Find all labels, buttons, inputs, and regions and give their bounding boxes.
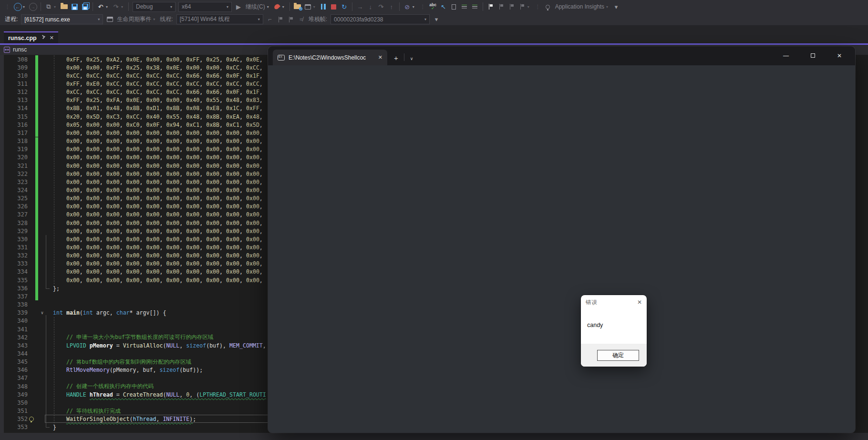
stack-frame-dropdown[interactable]: 00000203fa9d0238▾	[331, 14, 430, 24]
continue-dropdown[interactable]: ▾	[267, 5, 272, 9]
application-insights-dropdown[interactable]: ▾	[606, 5, 611, 9]
restart-icon[interactable]: ↻	[340, 1, 349, 12]
new-window-icon[interactable]: ⧉	[44, 1, 53, 12]
indent-increase-icon[interactable]	[470, 1, 480, 12]
change-bar-empty	[35, 341, 38, 349]
breakpoints-dropdown[interactable]: ▾	[413, 5, 417, 9]
continue-icon[interactable]: ▶	[234, 1, 243, 12]
new-window-dropdown[interactable]: ▾	[54, 5, 59, 9]
terminal-tab[interactable]: C:\ E:\Notes\C2\WindowsShellcoc ✕	[273, 50, 387, 65]
hot-reload-icon[interactable]	[272, 1, 282, 12]
line-number: 331	[0, 244, 28, 251]
error-dialog-close-icon[interactable]: ✕	[637, 299, 642, 306]
grip-handle-2[interactable]: ⋮	[418, 1, 427, 12]
show-next-statement-icon[interactable]: →	[355, 1, 365, 12]
line-number: 312	[0, 89, 28, 95]
solution-platform-dropdown[interactable]: x64▾	[178, 2, 232, 12]
indent-decrease-icon[interactable]	[460, 1, 469, 12]
line-number: 332	[0, 252, 28, 259]
home-window-dropdown[interactable]: ▾	[313, 5, 318, 9]
save-all-icon[interactable]	[80, 1, 90, 12]
bookmark-dropdown[interactable]: ▾	[527, 5, 532, 9]
bookmark-clear-icon[interactable]	[517, 1, 527, 12]
step-out-icon[interactable]: ↑	[387, 1, 396, 12]
toolbar2-overflow-icon[interactable]: ▾	[432, 14, 441, 25]
close-icon[interactable]: ✕	[50, 35, 54, 41]
toolbar-overflow-icon[interactable]: ▾	[611, 1, 621, 12]
application-insights-icon[interactable]	[543, 1, 553, 12]
maximize-button[interactable]	[806, 52, 820, 59]
save-icon[interactable]	[70, 1, 79, 12]
step-into-icon[interactable]: ↓	[366, 1, 375, 12]
change-bar-empty	[35, 358, 38, 366]
line-number: 320	[0, 154, 28, 161]
outline-corner-main	[46, 427, 50, 428]
tab-runsc-cpp[interactable]: runsc.cpp ✕	[4, 31, 58, 43]
bookmark-next-icon[interactable]	[507, 1, 517, 12]
grip-handle[interactable]: ⋮	[2, 1, 12, 12]
error-dialog-titlebar[interactable]: 错误 ✕	[581, 295, 647, 309]
error-dialog-message: candy	[587, 322, 603, 328]
process-dropdown[interactable]: [61572] runsc.exe▾	[21, 14, 103, 24]
change-tracking-bar	[35, 284, 38, 292]
bookmark-prev-icon[interactable]	[496, 1, 506, 12]
line-number: 310	[0, 72, 28, 79]
toggle-flagged-icon[interactable]: ≉	[297, 14, 306, 25]
terminal-tab-close-icon[interactable]: ✕	[378, 54, 382, 61]
vs-debug-location-toolbar: 进程:[61572] runsc.exe▾生命周期事件▾线程:[57140] W…	[0, 13, 868, 26]
stop-debugging-icon[interactable]	[329, 1, 339, 12]
flag-custom-icon[interactable]	[286, 14, 296, 25]
indent-guide-buf-array	[54, 55, 54, 284]
step-over-icon[interactable]: ↷	[376, 1, 386, 12]
terminal-titlebar[interactable]: C:\ E:\Notes\C2\WindowsShellcoc ✕ + ∨ — …	[268, 46, 855, 65]
undo-icon[interactable]: ↶	[96, 1, 105, 12]
disable-breakpoints-icon[interactable]: ⊘	[403, 1, 412, 12]
select-tool-icon[interactable]: ↖	[439, 1, 448, 12]
line-number: 321	[0, 163, 28, 169]
line-number: 350	[0, 399, 28, 406]
tab-dropdown-icon[interactable]: ∨	[410, 56, 413, 61]
nav-forward-icon[interactable]: →	[28, 1, 38, 12]
redo-icon[interactable]: ↷	[111, 1, 121, 12]
line-number: 330	[0, 236, 28, 243]
change-tracking-bar	[35, 268, 38, 276]
lifecycle-events-dropdown[interactable]: ▾	[153, 17, 158, 21]
home-window-icon[interactable]	[303, 1, 313, 12]
line-number: 318	[0, 138, 28, 144]
redo-dropdown[interactable]: ▾	[121, 5, 126, 9]
line-number: 329	[0, 228, 28, 235]
open-file-icon[interactable]	[59, 1, 69, 12]
copy-document-icon[interactable]	[449, 1, 459, 12]
minimize-button[interactable]: —	[779, 52, 793, 59]
fold-collapse-icon[interactable]: ∨	[38, 310, 46, 315]
solution-config-dropdown[interactable]: Debug▾	[133, 2, 176, 12]
flag-threads-icon[interactable]	[276, 14, 285, 25]
tab-divider	[404, 53, 404, 61]
browse-find-icon[interactable]	[293, 1, 302, 12]
pin-icon[interactable]	[41, 36, 46, 40]
change-tracking-bar	[35, 260, 38, 268]
undo-dropdown[interactable]: ▾	[106, 5, 111, 9]
line-number: 334	[0, 268, 28, 275]
nav-back-icon[interactable]: ←	[13, 1, 22, 12]
lifecycle-events-icon[interactable]	[105, 14, 114, 25]
bookmark-icon[interactable]	[486, 1, 496, 12]
line-number: 335	[0, 277, 28, 284]
ok-button[interactable]: 确定	[597, 350, 639, 361]
change-tracking-bar	[35, 129, 38, 137]
lightbulb-icon[interactable]	[29, 417, 34, 421]
grip-handle-3[interactable]: ⋮	[533, 1, 542, 12]
line-number: 316	[0, 122, 28, 128]
line-number: 336	[0, 285, 28, 292]
change-bar-empty	[35, 415, 38, 423]
new-tab-icon[interactable]: +	[394, 54, 398, 62]
close-button[interactable]: ✕	[832, 52, 847, 59]
change-tracking-bar	[35, 211, 38, 219]
hot-reload-dropdown[interactable]: ▾	[282, 5, 287, 9]
sep-icon[interactable]: ⌐	[265, 14, 275, 25]
break-all-icon[interactable]	[319, 1, 328, 12]
nav-back-dropdown[interactable]: ▾	[23, 5, 28, 9]
spell-check-icon[interactable]: abc✓	[428, 1, 438, 12]
thread-dropdown[interactable]: [57140] Win64 线程▾	[176, 14, 263, 24]
breadcrumb-project[interactable]: runsc	[13, 46, 27, 53]
